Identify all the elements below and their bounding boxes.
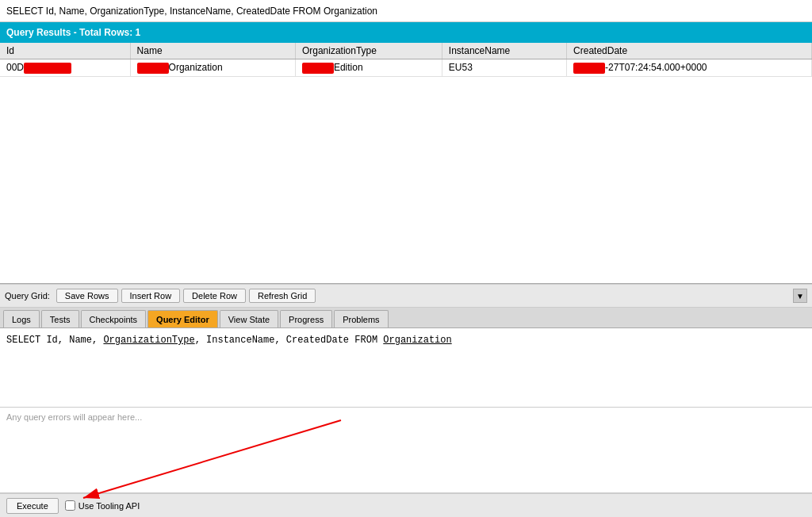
use-tooling-text: Use Tooling API <box>79 501 140 511</box>
redacted-name <box>137 63 169 74</box>
redacted-date <box>573 63 605 74</box>
error-placeholder-text: Any query errors will appear here... <box>6 412 142 422</box>
query-editor-display: SELECT Id, Name, OrganizationType, Insta… <box>0 328 812 408</box>
col-instancename: InstanceName <box>442 43 566 59</box>
results-table-container[interactable]: Id Name OrganizationType InstanceName Cr… <box>0 43 812 283</box>
main-wrapper: SELECT Id, Name, OrganizationType, Insta… <box>0 0 812 517</box>
redacted-orgtype <box>302 63 334 74</box>
tab-logs[interactable]: Logs <box>3 310 40 327</box>
refresh-grid-button[interactable]: Refresh Grid <box>249 289 316 303</box>
insert-row-button[interactable]: Insert Row <box>121 289 181 303</box>
top-query-text: SELECT Id, Name, OrganizationType, Insta… <box>6 6 377 17</box>
col-orgtype: OrganizationType <box>295 43 442 59</box>
redacted-id <box>24 63 71 74</box>
tabs-bar: Logs Tests Checkpoints Query Editor View… <box>0 308 812 328</box>
table-row: 00D Organization Edition EU53 -27T07:24:… <box>0 59 812 77</box>
tab-tests[interactable]: Tests <box>41 310 79 327</box>
cell-instancename: EU53 <box>442 59 566 77</box>
grid-results-area: Query Results - Total Rows: 1 Id Name Or… <box>0 22 812 284</box>
dropdown-arrow[interactable]: ▼ <box>793 289 807 303</box>
query-grid-label: Query Grid: <box>5 291 50 301</box>
execute-button[interactable]: Execute <box>6 498 59 514</box>
cell-orgtype: Edition <box>295 59 442 77</box>
editor-area: SELECT Id, Name, OrganizationType, Insta… <box>0 328 812 493</box>
tab-progress[interactable]: Progress <box>280 310 332 327</box>
bottom-bar: Execute Use Tooling API <box>0 493 812 517</box>
save-rows-button[interactable]: Save Rows <box>56 289 118 303</box>
use-tooling-label[interactable]: Use Tooling API <box>65 500 140 511</box>
use-tooling-checkbox[interactable] <box>65 500 75 511</box>
cell-name: Organization <box>130 59 295 77</box>
results-table: Id Name OrganizationType InstanceName Cr… <box>0 43 812 77</box>
results-header-label: Query Results - Total Rows: 1 <box>6 27 140 38</box>
tab-problems[interactable]: Problems <box>334 310 388 327</box>
top-query-display: SELECT Id, Name, OrganizationType, Insta… <box>0 0 812 22</box>
query-grid-toolbar: Query Grid: Save Rows Insert Row Delete … <box>0 284 812 308</box>
error-display-area: Any query errors will appear here... <box>0 408 812 493</box>
col-id: Id <box>0 43 130 59</box>
tab-checkpoints[interactable]: Checkpoints <box>81 310 147 327</box>
col-createddate: CreatedDate <box>567 43 812 59</box>
col-name: Name <box>130 43 295 59</box>
tab-query-editor[interactable]: Query Editor <box>147 310 218 327</box>
cell-createddate: -27T07:24:54.000+0000 <box>567 59 812 77</box>
delete-row-button[interactable]: Delete Row <box>183 289 246 303</box>
tab-view-state[interactable]: View State <box>220 310 278 327</box>
results-header: Query Results - Total Rows: 1 <box>0 22 812 43</box>
cell-id: 00D <box>0 59 130 77</box>
